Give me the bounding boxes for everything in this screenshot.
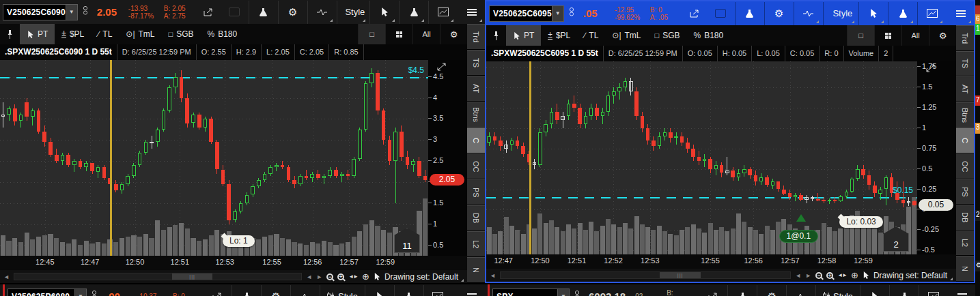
price-axis[interactable]: 1.751.51.2510.750.50.250-0.25-0.50.05	[917, 61, 956, 254]
tool-b180-button[interactable]: %B180	[687, 25, 731, 46]
scrollbar-thumb[interactable]: |||	[660, 272, 700, 278]
indicators-pulse-icon[interactable]	[311, 1, 334, 24]
price-axis[interactable]: 4.543.532.521.510.52.05	[428, 60, 467, 256]
style-button[interactable]: Style	[323, 285, 362, 296]
crosshair-icon[interactable]: ⊕	[851, 271, 858, 280]
candlestick-chart[interactable]: $0.15Lo: 0.031@0.12	[486, 61, 917, 254]
tool-pt-button[interactable]: PT	[20, 24, 55, 44]
side-tab-trd[interactable]: Trd	[956, 25, 974, 50]
style-button[interactable]: Style	[826, 2, 856, 25]
cursor-tool-icon[interactable]	[368, 285, 391, 296]
scrollbar-thumb[interactable]: |||	[172, 273, 212, 280]
tool-tml-button[interactable]: ⊙|TmL	[605, 25, 647, 46]
expand-horizontal-icon[interactable]: ◄►	[837, 272, 847, 278]
study-flask-icon[interactable]	[402, 1, 425, 24]
tool-pt-button[interactable]: PT	[506, 25, 541, 46]
chart-scrollbar[interactable]: |||	[14, 273, 302, 280]
alerts-flask-icon[interactable]	[252, 1, 275, 24]
gear-icon[interactable]: ⚙	[281, 1, 305, 24]
link-chain-icon[interactable]	[574, 290, 580, 296]
pointer-mode-icon[interactable]	[374, 272, 380, 281]
alert-count-badge[interactable]: 11	[394, 228, 420, 253]
tool-spl-button[interactable]: ±$PL	[541, 25, 577, 46]
zoom-out-icon[interactable]: −	[326, 273, 333, 280]
crosshair-icon[interactable]: ⊕	[362, 272, 369, 281]
side-tab-ts[interactable]: TS	[467, 50, 485, 75]
cursor-tool-icon[interactable]	[373, 1, 396, 24]
symbol-dropdown-caret[interactable]: ▼	[74, 289, 86, 296]
tool-sgb-button[interactable]: □SGB	[648, 25, 687, 46]
side-tab-at[interactable]: AT	[956, 76, 974, 102]
link-chain-icon[interactable]	[92, 290, 97, 296]
menu-icon[interactable]	[951, 285, 974, 296]
scroll-left-arrow[interactable]: ◄	[490, 272, 496, 279]
tool-sgb-button[interactable]: □SGB	[162, 24, 201, 44]
share-icon[interactable]	[197, 1, 220, 24]
zoom-in-icon[interactable]: +	[337, 273, 344, 280]
side-tab-ps[interactable]: PS	[956, 179, 974, 205]
indicators-pulse-icon[interactable]	[294, 285, 317, 296]
chart-scrollbar[interactable]: |||	[500, 271, 791, 279]
chart-drawing-icon[interactable]	[921, 2, 944, 25]
drawing-set-label[interactable]: Drawing set: Default	[384, 272, 464, 282]
indicators-pulse-icon[interactable]	[789, 285, 813, 296]
step-left-arrow[interactable]: ◄	[306, 273, 312, 280]
symbol-input[interactable]: SPX ▼	[492, 288, 570, 296]
side-tab-btns[interactable]: Btns	[467, 102, 485, 127]
side-tab-n[interactable]: N	[956, 256, 974, 281]
style-button[interactable]: Style	[819, 285, 857, 296]
menu-icon[interactable]	[949, 2, 972, 25]
side-tab-db[interactable]: DB	[956, 205, 974, 230]
side-tab-ts[interactable]: TS	[956, 51, 974, 76]
side-tab-n[interactable]: N	[467, 257, 485, 282]
tool-tl-button[interactable]: ∕TL	[577, 25, 605, 46]
link-chain-icon[interactable]	[83, 5, 88, 18]
minimize-button[interactable]: □	[847, 25, 874, 46]
alerts-flask-icon[interactable]	[731, 285, 754, 296]
pin-icon[interactable]	[0, 24, 20, 44]
side-tab-trd[interactable]: Trd	[467, 24, 485, 49]
symbol-dropdown-caret[interactable]: ▼	[557, 289, 569, 296]
expand-horizontal-icon[interactable]: ◄►	[348, 273, 358, 280]
side-tab-oc[interactable]: OC	[467, 153, 485, 179]
settings-gear-icon[interactable]: ⚙	[929, 25, 956, 46]
time-axis[interactable]: 12:4712:5012:5112:5212:5312:5512:5612:57…	[486, 254, 956, 269]
gear-icon[interactable]: ⚙	[760, 285, 783, 296]
drawing-set-label[interactable]: Drawing set: Default	[873, 271, 953, 280]
menu-icon[interactable]	[460, 285, 484, 296]
side-tab-btns[interactable]: Btns	[956, 102, 974, 128]
candlestick-chart[interactable]: $4.5Lo: 111	[0, 60, 428, 256]
alerts-flask-icon[interactable]	[738, 2, 761, 25]
gear-icon[interactable]: ⚙	[264, 285, 288, 296]
scroll-left-arrow[interactable]: ◄	[3, 273, 10, 280]
share-icon[interactable]	[206, 285, 229, 296]
chart-drawing-icon[interactable]	[432, 1, 455, 24]
side-tab-at[interactable]: AT	[467, 76, 485, 101]
minimize-button[interactable]: □	[358, 24, 385, 44]
side-tab-l2[interactable]: L2	[956, 231, 974, 256]
symbol-dropdown-caret[interactable]: ▼	[552, 6, 563, 21]
time-axis[interactable]: 12:4512:4712:5012:5112:5312:5512:5612:57…	[0, 256, 467, 270]
tool-tml-button[interactable]: ⊙|TmL	[119, 24, 161, 44]
study-flask-icon[interactable]	[397, 285, 421, 296]
zoom-in-icon[interactable]: +	[826, 272, 833, 279]
gear-icon[interactable]: ⚙	[768, 2, 791, 25]
symbol-input[interactable]: V250625C6090 ▼	[3, 4, 78, 20]
tool-tl-button[interactable]: ∕TL	[91, 24, 119, 44]
layout-grid-icon[interactable]	[874, 25, 901, 46]
share-icon[interactable]	[683, 2, 706, 25]
cursor-tool-icon[interactable]	[863, 285, 886, 296]
chart-drawing-icon[interactable]	[922, 285, 945, 296]
side-tab-oc[interactable]: OC	[956, 153, 974, 179]
side-tab-c[interactable]: C	[467, 128, 485, 153]
symbol-input[interactable]: V250625P6080 ▼	[8, 288, 87, 296]
step-left-arrow[interactable]: ◄	[795, 272, 801, 279]
layout-grid-icon[interactable]	[385, 24, 412, 44]
share-icon[interactable]	[701, 285, 725, 296]
step-right-arrow[interactable]: ►	[805, 272, 811, 279]
study-flask-icon[interactable]	[891, 2, 914, 25]
chart-drawing-icon[interactable]	[427, 285, 450, 296]
pin-icon[interactable]	[486, 25, 506, 46]
alerts-flask-icon[interactable]	[235, 285, 258, 296]
all-windows-button[interactable]: All	[412, 24, 440, 44]
